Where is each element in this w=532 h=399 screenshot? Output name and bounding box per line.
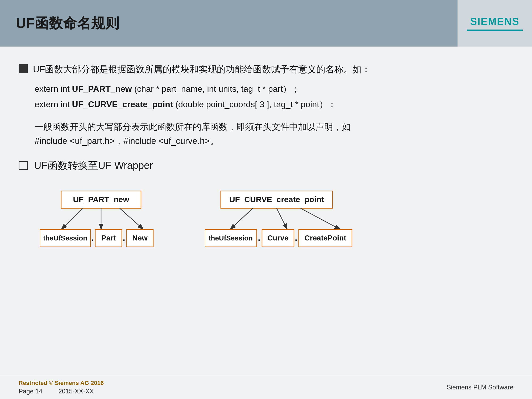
main-content: UF函数大部分都是根据函数所属的模块和实现的功能给函数赋予有意义的名称。如： e… bbox=[0, 47, 532, 271]
slide: UF函数命名规则 SIEMENS UF函数大部分都是根据函数所属的模块和实现的功… bbox=[0, 0, 532, 399]
svg-text:.: . bbox=[123, 233, 125, 243]
bullet1-text: UF函数大部分都是根据函数所属的模块和实现的功能给函数赋予有意义的名称。如： bbox=[33, 63, 371, 76]
siemens-brand-text: SIEMENS bbox=[470, 16, 519, 27]
header-bar: UF函数命名规则 SIEMENS bbox=[0, 0, 532, 47]
svg-text:theUfSession: theUfSession bbox=[43, 234, 87, 242]
footer-restricted: Restricted © Siemens AG 2016 bbox=[19, 380, 104, 386]
footer-left: Restricted © Siemens AG 2016 Page 14 201… bbox=[19, 380, 104, 395]
code-prefix-1: extern int bbox=[35, 84, 72, 94]
code-block: extern int UF_PART_new (char * part_name… bbox=[35, 81, 513, 112]
diagram2: UF_CURVE_create_point theUfSession . Cur… bbox=[205, 188, 391, 255]
footer-page: Page 14 bbox=[19, 388, 42, 395]
diagram1-svg: UF_PART_new bbox=[40, 188, 173, 255]
svg-line-17 bbox=[230, 208, 253, 230]
footer-company: Siemens PLM Software bbox=[447, 384, 513, 391]
uf-wrapper-section: UF函数转换至UF Wrapper UF_PART_new bbox=[19, 159, 513, 255]
svg-text:theUfSession: theUfSession bbox=[209, 234, 253, 242]
checkbox-icon-1 bbox=[19, 64, 28, 73]
bullet-section-1: UF函数大部分都是根据函数所属的模块和实现的功能给函数赋予有意义的名称。如： e… bbox=[19, 63, 513, 148]
code-suffix-1: (char * part_name, int units, tag_t * pa… bbox=[132, 84, 300, 94]
svg-line-2 bbox=[61, 208, 82, 230]
siemens-logo: SIEMENS bbox=[458, 0, 532, 47]
code-bold-1: UF_PART_new bbox=[72, 84, 132, 94]
footer-bottom: Page 14 2015-XX-XX bbox=[19, 388, 104, 395]
siemens-underline bbox=[467, 30, 523, 31]
square-checkbox bbox=[19, 161, 28, 170]
svg-text:Part: Part bbox=[101, 234, 116, 242]
footer: Restricted © Siemens AG 2016 Page 14 201… bbox=[0, 375, 532, 399]
svg-text:.: . bbox=[295, 233, 297, 243]
code-line-1: extern int UF_PART_new (char * part_name… bbox=[35, 81, 513, 97]
svg-text:UF_CURVE_create_point: UF_CURVE_create_point bbox=[229, 195, 324, 204]
svg-text:UF_PART_new: UF_PART_new bbox=[73, 195, 129, 204]
code-bold-2: UF_CURVE_create_point bbox=[72, 99, 173, 109]
code-line-2: extern int UF_CURVE_create_point (double… bbox=[35, 97, 513, 112]
svg-text:New: New bbox=[132, 234, 148, 242]
svg-text:.: . bbox=[258, 233, 260, 243]
svg-line-18 bbox=[277, 208, 287, 230]
svg-line-4 bbox=[120, 208, 144, 230]
slide-title: UF函数命名规则 bbox=[16, 14, 119, 33]
code-prefix-2: extern int bbox=[35, 99, 72, 109]
code-suffix-2: (double point_coords[ 3 ], tag_t * point… bbox=[173, 99, 336, 109]
bullet-row-1: UF函数大部分都是根据函数所属的模块和实现的功能给函数赋予有意义的名称。如： bbox=[19, 63, 513, 76]
footer-date: 2015-XX-XX bbox=[58, 388, 94, 395]
svg-text:CreatePoint: CreatePoint bbox=[304, 234, 346, 242]
desc-text: 一般函数开头的大写部分表示此函数所在的库函数，即须在头文件中加以声明，如#inc… bbox=[35, 122, 351, 146]
diagram-area: UF_PART_new bbox=[40, 188, 513, 255]
uf-wrapper-text: UF函数转换至UF Wrapper bbox=[34, 159, 153, 172]
svg-line-19 bbox=[301, 208, 340, 230]
diagram2-svg: UF_CURVE_create_point theUfSession . Cur… bbox=[205, 188, 391, 255]
svg-text:Curve: Curve bbox=[267, 234, 288, 242]
diagram1: UF_PART_new bbox=[40, 188, 173, 255]
desc-block: 一般函数开头的大写部分表示此函数所在的库函数，即须在头文件中加以声明，如#inc… bbox=[35, 120, 513, 148]
svg-text:.: . bbox=[92, 233, 94, 243]
uf-wrapper-row: UF函数转换至UF Wrapper bbox=[19, 159, 513, 172]
